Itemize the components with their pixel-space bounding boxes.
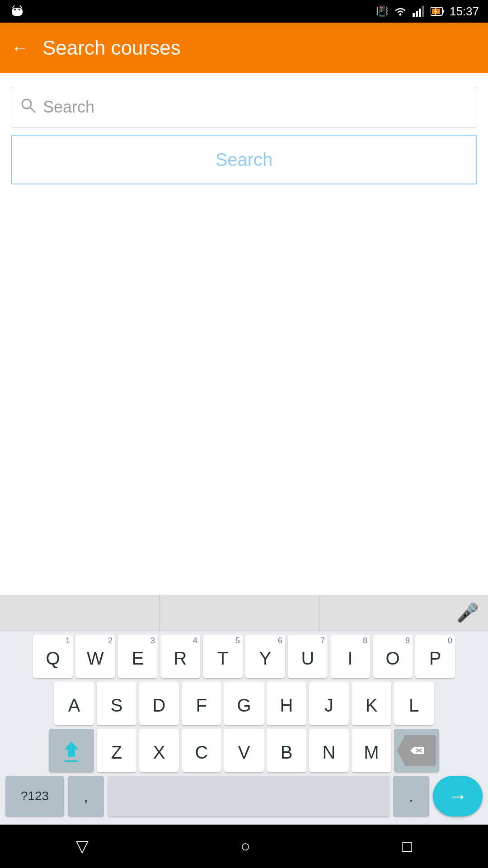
search-input[interactable]	[43, 98, 468, 117]
nav-back-icon[interactable]: ▽	[76, 837, 89, 856]
status-bar-left	[9, 3, 25, 19]
search-button[interactable]: Search	[11, 135, 477, 184]
key-A[interactable]: A	[54, 682, 94, 725]
key-S[interactable]: S	[97, 682, 136, 725]
svg-line-19	[30, 108, 35, 112]
delete-icon	[397, 735, 436, 766]
status-bar: 📳 15:37	[0, 0, 488, 23]
key-P[interactable]: 0 P	[415, 635, 455, 678]
search-button-label: Search	[216, 150, 273, 170]
wifi-icon	[394, 6, 407, 17]
keyboard-row-3: Z X C V B N M	[2, 729, 486, 772]
key-G[interactable]: G	[224, 682, 264, 725]
svg-rect-2	[12, 8, 23, 16]
key-Y[interactable]: 6 Y	[245, 635, 285, 678]
suggestion-slot-1[interactable]	[0, 595, 160, 631]
enter-icon: →	[448, 785, 468, 807]
key-N[interactable]: N	[309, 729, 349, 772]
key-X[interactable]: X	[139, 729, 179, 772]
signal-icon	[413, 6, 425, 17]
space-key[interactable]	[108, 776, 389, 816]
key-J[interactable]: J	[309, 682, 349, 725]
suggestion-slot-3[interactable]: 🎤	[319, 595, 488, 631]
svg-rect-11	[422, 6, 424, 17]
keyboard-row-1: 1 Q 2 W 3 E 4 R 5 T 6 Y	[2, 635, 486, 678]
keyboard-container: 🎤 1 Q 2 W 3 E 4 R 5 T	[0, 595, 488, 825]
svg-marker-20	[64, 741, 79, 757]
keyboard-row-2: A S D F G H J K L	[2, 682, 486, 725]
search-input-icon	[20, 98, 36, 117]
svg-point-7	[399, 14, 401, 16]
nav-home-icon[interactable]: ○	[240, 837, 250, 856]
nav-recent-icon[interactable]: □	[402, 837, 412, 856]
delete-key[interactable]	[394, 729, 439, 772]
enter-key[interactable]: →	[433, 776, 483, 816]
key-D[interactable]: D	[139, 682, 179, 725]
battery-icon	[431, 6, 444, 17]
keyboard-row-4: ?123 , . →	[2, 776, 486, 816]
nav-bar: ▽ ○ □	[0, 825, 488, 868]
svg-point-4	[19, 9, 20, 10]
svg-rect-13	[442, 10, 444, 13]
key-V[interactable]: V	[224, 729, 264, 772]
svg-line-5	[13, 5, 14, 8]
key-O[interactable]: 9 O	[373, 635, 413, 678]
comma-key[interactable]: ,	[68, 776, 104, 816]
key-Q[interactable]: 1 Q	[33, 635, 73, 678]
key-R[interactable]: 4 R	[160, 635, 200, 678]
vibrate-icon: 📳	[376, 5, 388, 17]
svg-line-6	[20, 5, 22, 8]
key-Z[interactable]: Z	[97, 729, 136, 772]
key-M[interactable]: M	[352, 729, 391, 772]
back-button[interactable]: ←	[11, 38, 29, 58]
app-bar: ← Search courses	[0, 23, 488, 73]
status-time: 15:37	[450, 5, 479, 19]
key-L[interactable]: L	[394, 682, 434, 725]
status-bar-right: 📳 15:37	[376, 5, 479, 19]
shift-key[interactable]	[49, 729, 94, 772]
keyboard: 1 Q 2 W 3 E 4 R 5 T 6 Y	[0, 631, 488, 825]
android-icon	[9, 3, 25, 19]
key-C[interactable]: C	[182, 729, 221, 772]
mic-icon[interactable]: 🎤	[456, 602, 479, 623]
shift-icon	[61, 740, 81, 760]
num-switch-key[interactable]: ?123	[5, 776, 64, 816]
key-E[interactable]: 3 E	[118, 635, 158, 678]
key-H[interactable]: H	[267, 682, 306, 725]
page-title: Search courses	[42, 37, 181, 59]
svg-point-3	[14, 9, 16, 10]
key-K[interactable]: K	[352, 682, 391, 725]
main-content: Search	[0, 73, 488, 595]
key-T[interactable]: 5 T	[203, 635, 243, 678]
key-W[interactable]: 2 W	[75, 635, 115, 678]
key-I[interactable]: 8 I	[330, 635, 370, 678]
svg-rect-10	[419, 9, 421, 17]
svg-rect-8	[413, 13, 415, 17]
search-input-container[interactable]	[11, 87, 477, 127]
period-key[interactable]: .	[393, 776, 429, 816]
suggestion-slot-2[interactable]	[160, 595, 320, 631]
key-U[interactable]: 7 U	[288, 635, 328, 678]
suggestion-bar: 🎤	[0, 595, 488, 631]
key-B[interactable]: B	[267, 729, 306, 772]
svg-rect-9	[416, 11, 418, 17]
key-F[interactable]: F	[182, 682, 221, 725]
